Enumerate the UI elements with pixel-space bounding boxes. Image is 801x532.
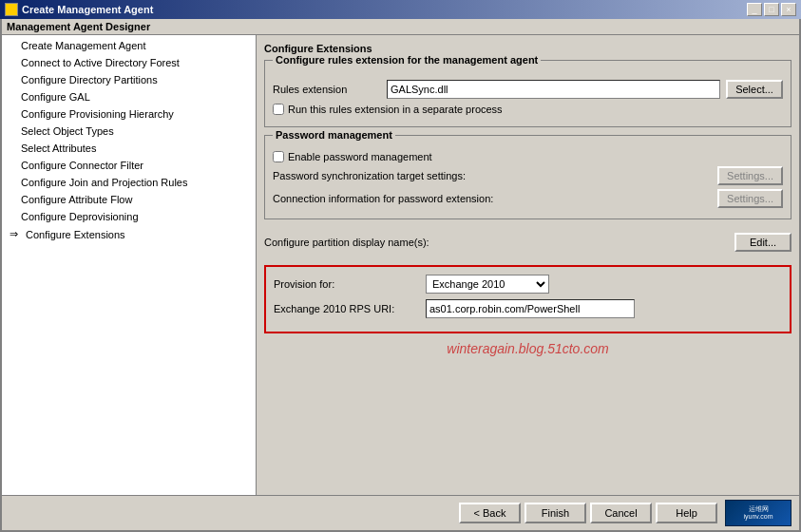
sidebar-item-configure-join-projection[interactable]: Configure Join and Projection Rules [2, 174, 256, 191]
rules-extension-input[interactable] [387, 80, 720, 99]
password-group-title: Password management [273, 129, 395, 141]
provision-for-select[interactable]: Exchange 2010 [426, 275, 549, 294]
enable-password-checkbox[interactable] [273, 151, 284, 162]
select-button[interactable]: Select... [726, 80, 783, 99]
bottom-bar: < Back Finish Cancel Help 运维网iyunv.com [2, 495, 799, 530]
maximize-button[interactable]: □ [764, 3, 779, 16]
title-bar: Create Management Agent _ □ × [0, 0, 801, 19]
connection-label: Connection information for password exte… [273, 193, 493, 204]
rules-group-title: Configure rules extension for the manage… [273, 54, 541, 66]
separate-process-checkbox[interactable] [273, 104, 284, 115]
help-button[interactable]: Help [656, 503, 717, 523]
logo-area: 运维网iyunv.com [725, 500, 791, 526]
sidebar-item-select-object-types[interactable]: Select Object Types [2, 123, 256, 140]
sub-header: Management Agent Designer [2, 19, 799, 35]
sidebar-item-configure-directory-partitions[interactable]: Configure Directory Partitions [2, 71, 256, 88]
rules-extension-label: Rules extension [273, 84, 387, 95]
enable-password-row: Enable password management [273, 151, 783, 162]
settings-button-2[interactable]: Settings... [717, 189, 783, 208]
sidebar-item-configure-deprovisioning[interactable]: Configure Deprovisioning [2, 208, 256, 225]
watermark: winteragain.blog.51cto.com [264, 333, 791, 360]
minimize-button[interactable]: _ [747, 3, 762, 16]
window-controls[interactable]: _ □ × [747, 3, 796, 16]
sidebar-item-create-management-agent[interactable]: Create Management Agent [2, 37, 256, 54]
cancel-button[interactable]: Cancel [590, 503, 652, 523]
sidebar-item-select-attributes[interactable]: Select Attributes [2, 140, 256, 157]
partition-label: Configure partition display name(s): [264, 237, 429, 248]
sidebar-item-connect-active-directory[interactable]: Connect to Active Directory Forest [2, 54, 256, 71]
sync-target-label: Password synchronization target settings… [273, 170, 466, 181]
title-bar-text: Create Management Agent [22, 4, 153, 15]
app-icon [5, 3, 18, 16]
sidebar-item-configure-provisioning-hierarchy[interactable]: Configure Provisioning Hierarchy [2, 105, 256, 123]
sidebar-item-configure-extensions[interactable]: Configure Extensions [2, 225, 256, 243]
partition-row: Configure partition display name(s): Edi… [264, 227, 791, 257]
section-title: Configure Extensions [264, 43, 791, 54]
provision-for-row: Provision for: Exchange 2010 [274, 275, 782, 294]
exchange-uri-row: Exchange 2010 RPS URI: [274, 299, 782, 318]
sidebar-item-configure-connector-filter[interactable]: Configure Connector Filter [2, 157, 256, 174]
exchange-uri-label: Exchange 2010 RPS URI: [274, 303, 426, 314]
edit-button[interactable]: Edit... [734, 233, 791, 252]
sidebar: Create Management Agent Connect to Activ… [2, 35, 257, 495]
provision-section: Provision for: Exchange 2010 Exchange 20… [264, 265, 791, 333]
separate-process-row: Run this rules extension in a separate p… [273, 104, 783, 115]
exchange-uri-input[interactable] [426, 299, 635, 318]
sidebar-item-configure-gal[interactable]: Configure GAL [2, 88, 256, 105]
enable-password-label: Enable password management [288, 151, 432, 162]
password-management-group: Password management Enable password mana… [264, 135, 791, 219]
provision-label: Provision for: [274, 278, 426, 290]
sidebar-item-configure-attribute-flow[interactable]: Configure Attribute Flow [2, 191, 256, 208]
back-button[interactable]: < Back [459, 503, 521, 523]
close-button[interactable]: × [781, 3, 796, 16]
right-content: Configure Extensions Configure rules ext… [257, 35, 799, 495]
finish-button[interactable]: Finish [524, 503, 586, 523]
provision-select-wrapper: Exchange 2010 [426, 275, 549, 294]
separate-process-label: Run this rules extension in a separate p… [288, 104, 503, 115]
rules-extension-group: Configure rules extension for the manage… [264, 60, 791, 127]
settings-button-1[interactable]: Settings... [717, 166, 783, 185]
